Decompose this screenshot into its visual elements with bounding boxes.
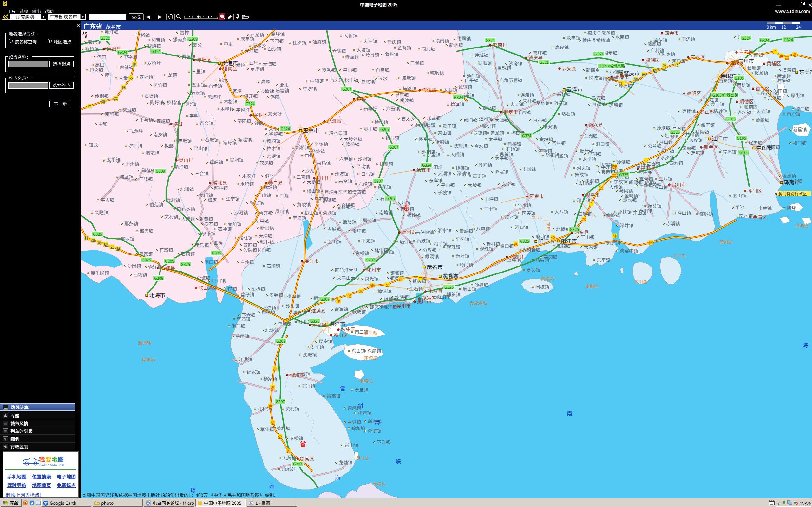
svg-text:路: 路: [399, 276, 403, 282]
svg-text:南三岛: 南三岛: [363, 330, 377, 336]
svg-text:下洋镇: 下洋镇: [377, 439, 391, 445]
svg-text:高: 高: [97, 239, 101, 245]
svg-text:播扬镇: 播扬镇: [343, 218, 357, 225]
svg-text:白诸镇: 白诸镇: [592, 101, 606, 107]
svg-text:黄岭镇: 黄岭镇: [459, 228, 473, 234]
svg-text:棠下镇: 棠下镇: [701, 121, 715, 128]
svg-text:石窝镇: 石窝镇: [339, 178, 352, 184]
svg-text:官垌镇: 官垌镇: [230, 156, 244, 163]
svg-text:G324: G324: [784, 37, 793, 43]
svg-text:高: 高: [268, 403, 272, 409]
svg-text:沙湖镇: 沙湖镇: [617, 158, 630, 165]
svg-text:陶圩镇: 陶圩镇: [150, 99, 164, 106]
svg-text:G324: G324: [281, 125, 290, 131]
svg-text:南鹏岛: 南鹏岛: [586, 283, 599, 289]
svg-text:新圩镇: 新圩镇: [174, 164, 189, 170]
svg-text:G325: G325: [93, 231, 102, 237]
svg-text:稔滨镇: 稔滨镇: [450, 101, 464, 107]
svg-text:新圩镇: 新圩镇: [105, 30, 119, 35]
svg-text:公益镇: 公益镇: [648, 143, 662, 149]
svg-text:罗顺镇: 罗顺镇: [478, 59, 492, 66]
svg-text:高良镇: 高良镇: [555, 44, 569, 50]
svg-text:中沙镇: 中沙镇: [303, 85, 317, 92]
svg-text:东涌镇: 东涌镇: [768, 95, 781, 101]
svg-text:珠海市: 珠海市: [784, 178, 800, 186]
svg-text:白云区: 白云区: [739, 49, 753, 55]
svg-text:公: 公: [278, 434, 282, 440]
svg-text:G209: G209: [165, 258, 174, 264]
svg-text:湛: 湛: [599, 185, 603, 191]
svg-text:横琴: 横琴: [786, 205, 796, 211]
svg-text:伯劳镇: 伯劳镇: [149, 201, 163, 208]
svg-text:云表镇: 云表镇: [191, 89, 205, 96]
svg-text:富林镇: 富林镇: [552, 139, 566, 146]
svg-text:州: 州: [358, 401, 363, 409]
svg-text:双桥圩: 双桥圩: [147, 59, 161, 66]
svg-text:东平镇: 东平镇: [597, 257, 611, 263]
svg-text:里洞镇: 里洞镇: [588, 151, 602, 157]
svg-text:G209: G209: [156, 168, 165, 174]
svg-text:湾: 湾: [374, 418, 380, 426]
svg-text:合水镇: 合水镇: [474, 143, 488, 149]
svg-text:那务镇: 那务镇: [362, 217, 376, 223]
svg-text:同心镇: 同心镇: [421, 46, 436, 52]
svg-text:东: 东: [403, 203, 410, 212]
svg-text:松山镇: 松山镇: [345, 77, 358, 83]
svg-text:霞洞镇: 霞洞镇: [425, 253, 439, 260]
svg-text:顿梭镇: 顿梭镇: [407, 212, 421, 218]
svg-text:罗斗沙: 罗斗沙: [356, 455, 369, 461]
svg-text:集成镇: 集成镇: [575, 171, 589, 178]
svg-text:罗秀镇: 罗秀镇: [322, 66, 336, 73]
svg-text:洛阳: 洛阳: [270, 94, 280, 100]
svg-text:宝圩镇: 宝圩镇: [352, 228, 366, 234]
svg-text:水汶镇: 水汶镇: [414, 121, 428, 128]
svg-text:杨柳镇: 杨柳镇: [603, 75, 617, 82]
svg-text:沙院镇: 沙院镇: [395, 293, 409, 300]
svg-text:石康镇: 石康镇: [181, 250, 195, 257]
svg-text:石仔岭镇: 石仔岭镇: [415, 229, 434, 235]
svg-text:G207: G207: [276, 338, 286, 344]
svg-text:溪头镇: 溪头镇: [526, 266, 541, 273]
svg-text:顺德区: 顺德区: [740, 98, 754, 105]
svg-text:石颊镇: 石颊镇: [266, 262, 281, 269]
svg-text:观珠镇: 观珠镇: [447, 243, 461, 250]
svg-text:恋城镇: 恋城镇: [122, 107, 136, 113]
svg-text:五山镇: 五山镇: [733, 192, 747, 199]
svg-text:隆盛镇: 隆盛镇: [346, 141, 360, 147]
svg-text:河头镇: 河头镇: [577, 164, 591, 171]
svg-text:G325: G325: [142, 257, 151, 263]
svg-text:大田镇: 大田镇: [578, 180, 592, 186]
svg-text:程村镇: 程村镇: [486, 240, 500, 247]
svg-text:海: 海: [803, 341, 808, 349]
svg-text:赤溪镇: 赤溪镇: [666, 220, 680, 227]
svg-text:茶洞镇: 茶洞镇: [536, 99, 550, 106]
svg-text:分界镇: 分界镇: [423, 246, 437, 253]
svg-text:睦洲镇: 睦洲镇: [722, 148, 737, 155]
svg-text:思贺镇: 思贺镇: [500, 151, 513, 158]
svg-text:阳西县: 阳西县: [509, 253, 524, 260]
svg-text:沙田镇: 沙田镇: [773, 88, 787, 94]
svg-text:荷包岛: 荷包岛: [719, 239, 733, 245]
svg-text:速: 速: [653, 67, 657, 73]
svg-text:公: 公: [551, 234, 555, 240]
svg-text:北惯镇: 北惯镇: [556, 226, 570, 232]
svg-text:荷花镇: 荷花镇: [377, 183, 392, 190]
svg-text:江门市: 江门市: [712, 134, 728, 142]
svg-text:东成镇: 东成镇: [614, 178, 628, 185]
svg-text:平凤镇: 平凤镇: [457, 35, 471, 42]
svg-text:G105/广珠公路: G105/广珠公路: [712, 92, 739, 98]
svg-text:斗门区: 斗门区: [748, 187, 762, 194]
svg-text:我: 我: [39, 455, 45, 463]
svg-text:学明: 学明: [189, 112, 199, 119]
svg-text:百合镇: 百合镇: [200, 120, 213, 126]
svg-text:桂: 桂: [85, 235, 89, 241]
svg-text:G325: G325: [570, 226, 579, 232]
svg-text:古辣镇: 古辣镇: [119, 64, 134, 70]
svg-text:龙镇: 龙镇: [168, 71, 177, 78]
svg-text:安石镇: 安石镇: [204, 221, 218, 227]
svg-text:图: 图: [58, 455, 64, 463]
svg-text:铁山港区: 铁山港区: [199, 284, 217, 291]
svg-text:化州市: 化州市: [367, 266, 381, 273]
svg-text:省: 省: [300, 439, 306, 448]
svg-text:平山镇: 平山镇: [194, 145, 208, 152]
